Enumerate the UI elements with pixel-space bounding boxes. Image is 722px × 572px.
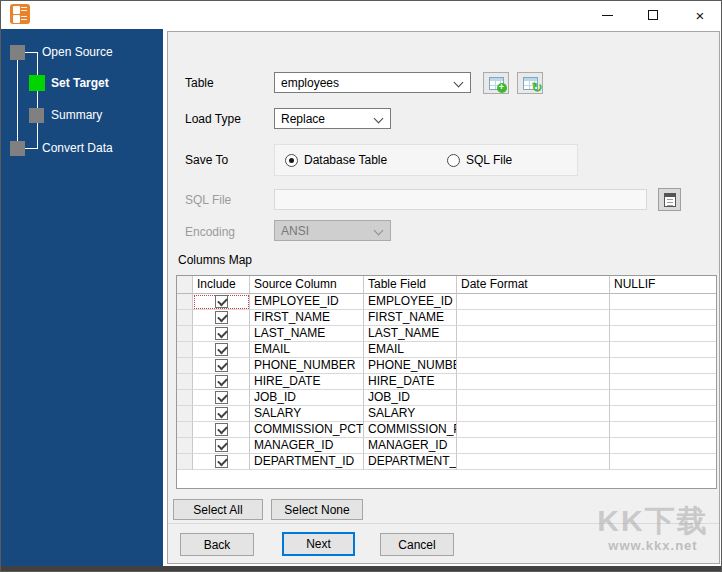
grid-include-cell[interactable] [193, 390, 250, 406]
load-type-select-value: Replace [281, 112, 325, 126]
grid-source-column-cell[interactable]: MANAGER_ID [250, 438, 364, 454]
grid-source-column-cell[interactable]: JOB_ID [250, 390, 364, 406]
grid-source-column-cell[interactable]: LAST_NAME [250, 326, 364, 342]
grid-table-field-cell[interactable]: FIRST_NAME [364, 310, 457, 326]
next-button[interactable]: Next [282, 532, 355, 556]
grid-source-column-cell[interactable]: PHONE_NUMBER [250, 358, 364, 374]
grid-source-column-cell[interactable]: COMMISSION_PCT [250, 422, 364, 438]
grid-table-field-cell[interactable]: COMMISSION_PCT [364, 422, 457, 438]
grid-date-format-cell[interactable] [457, 358, 610, 374]
grid-nullif-cell[interactable] [610, 390, 716, 406]
grid-date-format-cell[interactable] [457, 326, 610, 342]
grid-table-field-cell[interactable]: PHONE_NUMBER [364, 358, 457, 374]
grid-date-format-cell[interactable] [457, 342, 610, 358]
grid-nullif-cell[interactable] [610, 454, 716, 470]
grid-header-nullif[interactable]: NULLIF [610, 276, 716, 294]
grid-header-table-field[interactable]: Table Field [364, 276, 457, 294]
include-checkbox[interactable] [215, 391, 228, 404]
browse-sql-file-button[interactable] [658, 188, 681, 211]
grid-row-header[interactable] [177, 294, 193, 310]
grid-row-header[interactable] [177, 326, 193, 342]
grid-date-format-cell[interactable] [457, 454, 610, 470]
grid-table-field-cell[interactable]: DEPARTMENT_ID [364, 454, 457, 470]
radio-sql-file[interactable]: SQL File [447, 153, 512, 167]
grid-row-header[interactable] [177, 310, 193, 326]
grid-nullif-cell[interactable] [610, 358, 716, 374]
grid-source-column-cell[interactable]: DEPARTMENT_ID [250, 454, 364, 470]
grid-include-cell[interactable] [193, 342, 250, 358]
radio-database-table[interactable]: Database Table [285, 153, 387, 167]
grid-row-header[interactable] [177, 358, 193, 374]
grid-header-date-format[interactable]: Date Format [457, 276, 610, 294]
include-checkbox[interactable] [215, 359, 228, 372]
grid-nullif-cell[interactable] [610, 374, 716, 390]
grid-include-cell[interactable] [193, 326, 250, 342]
grid-include-cell[interactable] [193, 422, 250, 438]
grid-date-format-cell[interactable] [457, 310, 610, 326]
grid-table-field-cell[interactable]: JOB_ID [364, 390, 457, 406]
grid-table-field-cell[interactable]: EMAIL [364, 342, 457, 358]
grid-header-source-column[interactable]: Source Column [250, 276, 364, 294]
grid-nullif-cell[interactable] [610, 342, 716, 358]
refresh-tables-button[interactable]: ↻ [517, 72, 543, 94]
grid-include-cell[interactable] [193, 374, 250, 390]
grid-include-cell[interactable] [193, 454, 250, 470]
grid-row-header[interactable] [177, 438, 193, 454]
grid-include-cell[interactable] [193, 358, 250, 374]
grid-source-column-cell[interactable]: EMAIL [250, 342, 364, 358]
grid-table-field-cell[interactable]: HIRE_DATE [364, 374, 457, 390]
grid-row-header[interactable] [177, 374, 193, 390]
cancel-button[interactable]: Cancel [380, 533, 454, 556]
grid-row-header[interactable] [177, 422, 193, 438]
grid-date-format-cell[interactable] [457, 294, 610, 310]
grid-include-cell[interactable] [193, 406, 250, 422]
grid-nullif-cell[interactable] [610, 310, 716, 326]
grid-date-format-cell[interactable] [457, 374, 610, 390]
select-none-button[interactable]: Select None [271, 499, 363, 520]
select-all-button[interactable]: Select All [173, 499, 263, 520]
include-checkbox[interactable] [215, 295, 228, 308]
close-button[interactable]: × [677, 1, 722, 29]
grid-table-field-cell[interactable]: SALARY [364, 406, 457, 422]
load-type-select[interactable]: Replace [274, 108, 391, 129]
grid-table-field-cell[interactable]: LAST_NAME [364, 326, 457, 342]
chevron-down-icon [454, 78, 464, 88]
grid-nullif-cell[interactable] [610, 406, 716, 422]
include-checkbox[interactable] [215, 423, 228, 436]
grid-nullif-cell[interactable] [610, 422, 716, 438]
include-checkbox[interactable] [215, 327, 228, 340]
include-checkbox[interactable] [215, 455, 228, 468]
include-checkbox[interactable] [215, 375, 228, 388]
maximize-button[interactable] [630, 1, 676, 29]
grid-date-format-cell[interactable] [457, 390, 610, 406]
grid-source-column-cell[interactable]: SALARY [250, 406, 364, 422]
grid-source-column-cell[interactable]: FIRST_NAME [250, 310, 364, 326]
grid-date-format-cell[interactable] [457, 406, 610, 422]
include-checkbox[interactable] [215, 311, 228, 324]
grid-source-column-cell[interactable]: HIRE_DATE [250, 374, 364, 390]
new-table-button[interactable]: + [483, 72, 509, 94]
grid-include-cell[interactable] [193, 438, 250, 454]
grid-table-field-cell[interactable]: EMPLOYEE_ID [364, 294, 457, 310]
grid-row-header[interactable] [177, 406, 193, 422]
grid-header-include[interactable]: Include [193, 276, 250, 294]
grid-date-format-cell[interactable] [457, 422, 610, 438]
include-checkbox[interactable] [215, 407, 228, 420]
include-checkbox[interactable] [215, 439, 228, 452]
minimize-button[interactable] [584, 1, 630, 29]
include-checkbox[interactable] [215, 343, 228, 356]
grid-table-field-cell[interactable]: MANAGER_ID [364, 438, 457, 454]
grid-source-column-cell[interactable]: EMPLOYEE_ID [250, 294, 364, 310]
grid-row-header[interactable] [177, 390, 193, 406]
maximize-icon [648, 10, 658, 20]
grid-include-cell[interactable] [193, 294, 250, 310]
table-select[interactable]: employees [274, 72, 471, 93]
grid-nullif-cell[interactable] [610, 294, 716, 310]
grid-row-header[interactable] [177, 454, 193, 470]
grid-nullif-cell[interactable] [610, 438, 716, 454]
grid-date-format-cell[interactable] [457, 438, 610, 454]
grid-nullif-cell[interactable] [610, 326, 716, 342]
grid-include-cell[interactable] [193, 310, 250, 326]
back-button[interactable]: Back [180, 533, 254, 556]
grid-row-header[interactable] [177, 342, 193, 358]
